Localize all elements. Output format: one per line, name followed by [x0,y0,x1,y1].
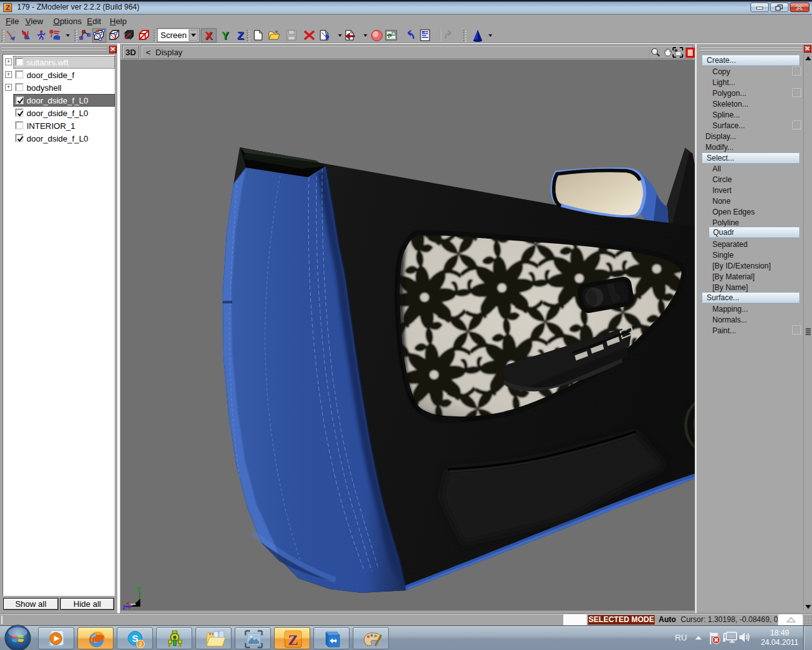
svg-text:Y: Y [221,30,229,42]
svg-text:Z: Z [237,30,244,42]
svg-text:X: X [205,30,213,42]
svg-text:y: y [137,585,141,592]
svg-text:Z: Z [288,632,298,648]
svg-text:z: z [122,604,126,611]
svg-text:2: 2 [139,641,142,647]
svg-text:Screen: Screen [160,30,187,40]
